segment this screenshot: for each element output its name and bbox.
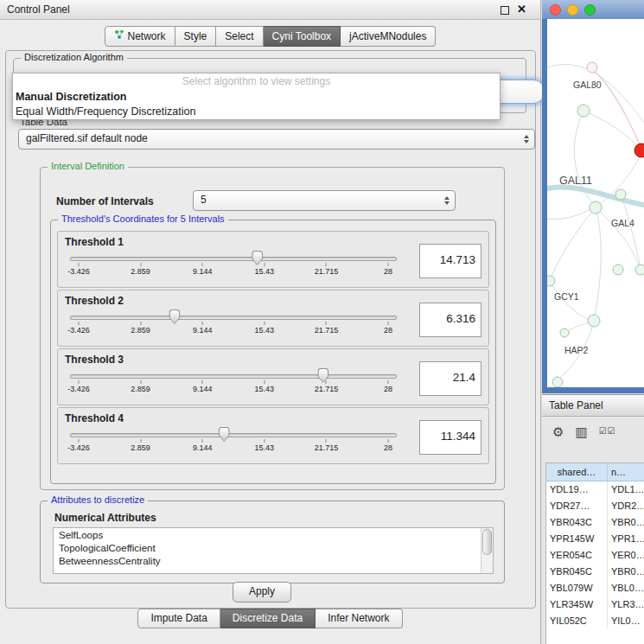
table-cell[interactable]: YDR27… bbox=[546, 498, 608, 514]
table-row[interactable]: YBL079WYBL0… bbox=[546, 580, 644, 596]
threshold-value-field[interactable]: 11.344 bbox=[419, 420, 481, 455]
zoom-traffic-light-icon[interactable] bbox=[584, 4, 596, 16]
threshold-slider[interactable]: -3.4262.8599.14415.4321.71528 bbox=[73, 368, 393, 401]
column-header[interactable]: n… bbox=[608, 463, 644, 481]
table-cell[interactable]: YIL052C bbox=[546, 613, 608, 629]
tab-style[interactable]: Style bbox=[175, 26, 217, 47]
tab-network[interactable]: Network bbox=[105, 26, 175, 47]
close-traffic-light-icon[interactable] bbox=[550, 4, 561, 16]
attribute-list-item[interactable]: BetweennessCentrality bbox=[54, 555, 481, 568]
slider-tick bbox=[388, 439, 389, 443]
dropdown-option-manual-discretization[interactable]: Manual Discretization bbox=[13, 90, 500, 105]
table-cell[interactable]: YBR043C bbox=[546, 514, 608, 531]
network-node[interactable] bbox=[590, 201, 602, 214]
network-node[interactable] bbox=[635, 265, 644, 275]
table-cell[interactable]: YBL0… bbox=[608, 580, 644, 596]
slider-tick-label: 21.715 bbox=[315, 443, 339, 452]
slider-thumb[interactable] bbox=[219, 427, 230, 442]
network-node[interactable] bbox=[552, 377, 563, 387]
table-row[interactable]: YBR043CYBR0… bbox=[546, 514, 644, 531]
number-of-intervals-combobox[interactable]: 5 bbox=[193, 190, 456, 211]
table-cell[interactable]: YBR045C bbox=[546, 564, 608, 580]
tab-impute-data[interactable]: Impute Data bbox=[137, 609, 220, 628]
table-row[interactable]: YIL052CYIL0… bbox=[546, 613, 644, 629]
table-cell[interactable]: YBR0… bbox=[608, 564, 644, 580]
tab-label: Style bbox=[184, 30, 207, 42]
threshold-slider[interactable]: -3.4262.8599.14415.4321.71528 bbox=[73, 427, 393, 460]
slider-thumb[interactable] bbox=[169, 309, 180, 324]
tab-select[interactable]: Select bbox=[216, 26, 263, 47]
slider-tick bbox=[202, 322, 203, 325]
network-node[interactable] bbox=[587, 62, 597, 73]
apply-button[interactable]: Apply bbox=[233, 582, 291, 603]
table-data-combobox[interactable]: galFiltered.sif default node bbox=[18, 129, 535, 150]
close-icon[interactable]: ✕ bbox=[517, 3, 526, 16]
threshold-value-field[interactable]: 6.316 bbox=[419, 303, 481, 337]
slider-tick bbox=[264, 322, 265, 325]
column-header[interactable]: shared… bbox=[546, 463, 608, 481]
attribute-list-item[interactable]: TopologicalCoefficient bbox=[54, 542, 481, 555]
table-cell[interactable]: YLR345W bbox=[546, 596, 608, 613]
dropdown-option-equal-width-frequency[interactable]: Equal Width/Frequency Discretization bbox=[13, 105, 500, 119]
table-row[interactable]: YER054CYER0… bbox=[546, 547, 644, 564]
table-cell[interactable]: YDR2… bbox=[608, 498, 644, 514]
slider-thumb[interactable] bbox=[317, 368, 328, 383]
group-title: Discretization Algorithm bbox=[21, 52, 127, 62]
table-cell[interactable]: YDL19… bbox=[546, 481, 608, 498]
minimize-traffic-light-icon[interactable] bbox=[567, 4, 578, 16]
table-cell[interactable]: YPR145W bbox=[546, 531, 608, 547]
slider-tick-label: 28 bbox=[384, 267, 392, 276]
table-cell[interactable]: YIL0… bbox=[608, 613, 644, 629]
table-row[interactable]: YPR145WYPR1… bbox=[546, 531, 644, 547]
table-cell[interactable]: YDL1… bbox=[608, 481, 644, 498]
slider-tick bbox=[79, 322, 80, 325]
slider-tick bbox=[140, 380, 141, 384]
columns-icon[interactable]: ▥ bbox=[575, 425, 587, 438]
network-node[interactable] bbox=[577, 105, 590, 117]
table-cell[interactable]: YBR0… bbox=[608, 514, 644, 531]
numerical-attributes-list[interactable]: SelfLoopsTopologicalCoefficientBetweenne… bbox=[53, 527, 494, 574]
threshold-value-field[interactable]: 14.713 bbox=[419, 244, 481, 278]
threshold-slider[interactable]: -3.4262.8599.14415.4321.71528 bbox=[73, 309, 393, 342]
settings-gear-icon[interactable]: ⚙ bbox=[552, 425, 564, 438]
slider-tick-label: 21.715 bbox=[315, 326, 339, 335]
slider-tick-label: 2.859 bbox=[131, 443, 150, 452]
table-cell[interactable]: YBL079W bbox=[546, 580, 608, 596]
table-row[interactable]: YLR345WYLR3… bbox=[546, 596, 644, 613]
tab-infer-network[interactable]: Infer Network bbox=[316, 609, 402, 628]
scrollbar-thumb[interactable] bbox=[482, 529, 492, 555]
table-row[interactable]: YDL19…YDL1… bbox=[546, 481, 644, 498]
threshold-value-field[interactable]: 21.4 bbox=[419, 361, 481, 396]
network-node[interactable] bbox=[547, 276, 555, 286]
table-cell[interactable]: YPR1… bbox=[608, 531, 644, 547]
table-row[interactable]: YDR27…YDR2… bbox=[546, 498, 644, 514]
threshold-label: Threshold 4 bbox=[65, 412, 124, 424]
float-window-icon[interactable] bbox=[501, 6, 509, 15]
slider-thumb[interactable] bbox=[252, 251, 263, 265]
group-title: Threshold's Coordinates for 5 Intervals bbox=[58, 214, 228, 224]
tab-discretize-data[interactable]: Discretize Data bbox=[220, 609, 316, 628]
table-row[interactable]: YBR045CYBR0… bbox=[546, 564, 644, 580]
tab-cyni-toolbox[interactable]: Cyni Toolbox bbox=[264, 26, 341, 47]
slider-tick bbox=[388, 322, 389, 325]
slider-tick bbox=[202, 263, 203, 266]
slider-tick bbox=[202, 380, 203, 384]
tab-jactivemnodules[interactable]: jActiveMNodules bbox=[341, 26, 436, 47]
network-node[interactable] bbox=[615, 189, 626, 200]
network-canvas[interactable]: GAL80 GAL11 GAL4 GCY1 HAP2 bbox=[547, 19, 644, 387]
network-node[interactable] bbox=[613, 265, 623, 275]
list-scrollbar[interactable] bbox=[481, 528, 493, 573]
threshold-label: Threshold 3 bbox=[65, 354, 124, 366]
network-node[interactable] bbox=[560, 328, 569, 337]
threshold-slider[interactable]: -3.4262.8599.14415.4321.71528 bbox=[73, 251, 393, 284]
table-cell[interactable]: YLR3… bbox=[608, 596, 644, 613]
cyni-toolbox-panel: Discretization Algorithm Table Data galF… bbox=[5, 50, 536, 609]
network-node-red[interactable] bbox=[634, 143, 644, 157]
network-node[interactable] bbox=[588, 315, 600, 327]
attribute-list-item[interactable]: SelfLoops bbox=[54, 529, 481, 542]
numerical-attributes-label: Numerical Attributes bbox=[54, 512, 156, 524]
select-columns-icon[interactable]: ☑☑ bbox=[599, 427, 616, 436]
table-cell[interactable]: YER054C bbox=[546, 547, 608, 564]
slider-tick bbox=[79, 439, 80, 443]
table-cell[interactable]: YER0… bbox=[608, 547, 644, 564]
